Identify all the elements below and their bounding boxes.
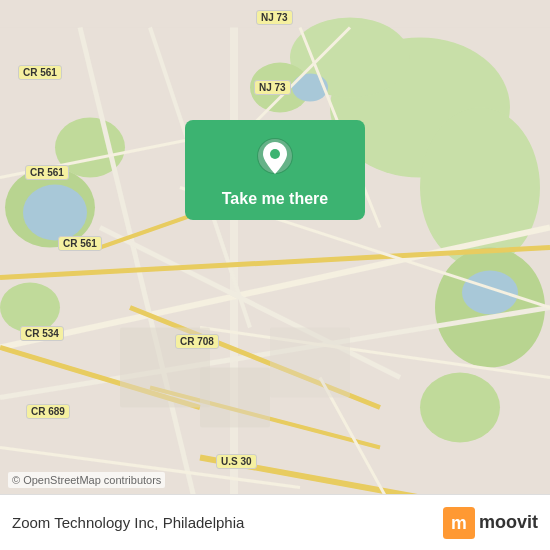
svg-point-4 [420, 373, 500, 443]
road-label-cr561-left: CR 561 [18, 65, 62, 80]
road-label-us30: U.S 30 [216, 454, 257, 469]
take-me-there-card[interactable]: Take me there [185, 120, 365, 220]
moovit-logo: m moovit [443, 507, 538, 539]
road-label-cr534: CR 534 [20, 326, 64, 341]
map-attribution: © OpenStreetMap contributors [8, 472, 165, 488]
place-name: Zoom Technology Inc, Philadelphia [12, 514, 244, 531]
map-container: NJ 73 CR 561 NJ 73 CR 561 CR 561 CR 534 … [0, 0, 550, 550]
road-label-cr561-mid: CR 561 [25, 165, 69, 180]
svg-rect-34 [270, 328, 350, 398]
road-label-nj73-top: NJ 73 [256, 10, 293, 25]
road-label-cr708: CR 708 [175, 334, 219, 349]
svg-point-7 [0, 283, 60, 333]
svg-rect-33 [200, 368, 270, 428]
svg-point-10 [23, 185, 87, 241]
take-me-there-label: Take me there [222, 190, 328, 208]
road-label-nj73-mid: NJ 73 [254, 80, 291, 95]
svg-text:m: m [451, 513, 467, 533]
bottom-bar: Zoom Technology Inc, Philadelphia m moov… [0, 494, 550, 550]
moovit-text: moovit [479, 512, 538, 533]
svg-point-11 [462, 271, 518, 315]
location-pin-icon [253, 136, 297, 180]
svg-point-37 [270, 149, 280, 159]
moovit-icon: m [443, 507, 475, 539]
road-label-cr561-lower: CR 561 [58, 236, 102, 251]
road-label-cr689: CR 689 [26, 404, 70, 419]
